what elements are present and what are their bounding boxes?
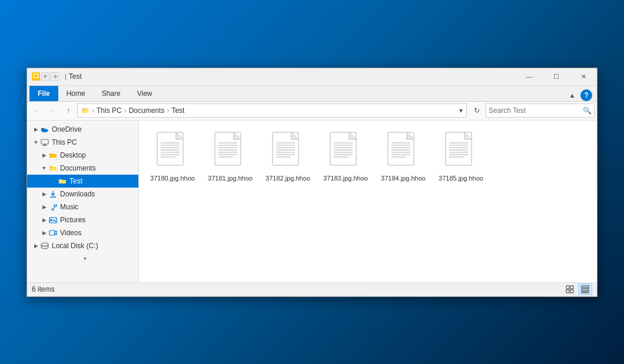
- file-icon-wrapper: [154, 131, 191, 173]
- refresh-button[interactable]: ↻: [470, 103, 484, 118]
- title-bar: | Test — ☐ ✕: [27, 68, 597, 86]
- expand-documents[interactable]: ▼: [40, 165, 48, 171]
- expand-thispc[interactable]: ▼: [32, 139, 40, 145]
- file-icon-wrapper: [384, 131, 422, 173]
- tab-home[interactable]: Home: [58, 86, 94, 101]
- file-name: 37181.jpg.hhoo: [208, 174, 253, 182]
- list-view-button[interactable]: [578, 283, 592, 295]
- file-item[interactable]: 37184.jpg.hhoo: [377, 128, 430, 185]
- help-button[interactable]: ?: [580, 89, 592, 101]
- item-count: 6 items: [32, 285, 55, 293]
- sidebar-item-test[interactable]: Test: [27, 175, 138, 188]
- path-folder-icon: 📁: [81, 107, 89, 115]
- file-item[interactable]: 37182.jpg.hhoo: [261, 128, 314, 185]
- scroll-down-icon: ▼: [82, 256, 88, 262]
- svg-rect-62: [566, 290, 569, 293]
- ribbon-tabs: File Home Share View ▲ ?: [27, 86, 597, 101]
- expand-onedrive[interactable]: ▶: [32, 126, 40, 132]
- up-button[interactable]: ↑: [61, 103, 75, 118]
- file-icon-wrapper: [442, 131, 480, 173]
- quick-access-icon-2[interactable]: [41, 72, 49, 81]
- tab-file[interactable]: File: [29, 86, 58, 101]
- file-icon-wrapper: [269, 131, 307, 173]
- sidebar-item-desktop[interactable]: ▶ Desktop: [27, 149, 138, 162]
- onedrive-label: OneDrive: [52, 125, 82, 133]
- sidebar-item-onedrive[interactable]: ▶ OneDrive: [27, 123, 138, 136]
- svg-rect-4: [44, 144, 46, 145]
- svg-point-2: [41, 128, 45, 131]
- search-icon: 🔍: [583, 106, 592, 115]
- main-area: ▶ OneDrive ▼ This PC ▶ Deskto: [27, 121, 597, 282]
- file-icon-svg: [443, 131, 479, 172]
- videos-label: Videos: [60, 229, 81, 237]
- sidebar-item-thispc[interactable]: ▼ This PC: [27, 136, 138, 149]
- onedrive-icon: [40, 125, 49, 134]
- documents-label: Documents: [60, 164, 96, 172]
- expand-videos[interactable]: ▶: [40, 230, 48, 236]
- address-path[interactable]: 📁 › This PC › Documents › Test ▾: [77, 103, 467, 118]
- path-item-documents[interactable]: Documents: [129, 106, 165, 115]
- music-label: Music: [60, 203, 78, 211]
- tab-share[interactable]: Share: [94, 86, 129, 101]
- svg-rect-65: [582, 289, 589, 290]
- svg-rect-3: [41, 139, 48, 144]
- test-label: Test: [69, 177, 82, 185]
- svg-rect-66: [582, 292, 589, 293]
- file-name: 37183.jpg.hhoo: [323, 174, 368, 182]
- file-item[interactable]: 37181.jpg.hhoo: [204, 128, 257, 185]
- file-icon-svg: [386, 131, 421, 172]
- localdisk-icon: [40, 241, 49, 251]
- svg-rect-9: [49, 231, 55, 235]
- file-area: 37180.jpg.hhoo 37181.jpg.hhoo 37182.jpg.…: [139, 121, 597, 282]
- svg-rect-63: [570, 290, 573, 293]
- expand-localdisk[interactable]: ▶: [32, 243, 40, 249]
- tab-view[interactable]: View: [129, 86, 161, 101]
- pictures-icon: [48, 215, 58, 225]
- file-icon-svg: [213, 131, 248, 172]
- path-item-thispc[interactable]: This PC: [97, 106, 122, 115]
- sidebar-item-music[interactable]: ▶ Music: [27, 201, 138, 213]
- file-item[interactable]: 37180.jpg.hhoo: [146, 128, 199, 185]
- expand-desktop[interactable]: ▶: [40, 152, 48, 158]
- file-icon-wrapper: [211, 131, 249, 173]
- maximize-button[interactable]: ☐: [543, 68, 570, 85]
- title-bar-quick-access: [32, 72, 59, 81]
- file-icon-svg: [155, 131, 190, 172]
- search-box[interactable]: 🔍: [486, 103, 595, 118]
- quick-access-icon-1[interactable]: [32, 72, 40, 81]
- list-view-icon: [581, 285, 589, 293]
- videos-icon: [48, 228, 58, 238]
- forward-button[interactable]: →: [45, 103, 59, 118]
- expand-downloads[interactable]: ▶: [40, 191, 48, 197]
- file-name: 37182.jpg.hhoo: [265, 174, 310, 182]
- path-sep-3: ›: [167, 106, 169, 115]
- file-item[interactable]: 37183.jpg.hhoo: [319, 128, 372, 185]
- downloads-icon: [48, 189, 58, 199]
- thispc-icon: [40, 138, 49, 147]
- path-sep-1: ›: [92, 106, 94, 115]
- ribbon: File Home Share View ▲ ?: [27, 86, 597, 102]
- file-icon-svg: [328, 131, 363, 172]
- expand-music[interactable]: ▶: [40, 204, 48, 210]
- pictures-label: Pictures: [60, 216, 85, 224]
- address-bar: ← → ↑ 📁 › This PC › Documents › Test ▾ ↻…: [27, 102, 597, 121]
- sidebar-item-documents[interactable]: ▼ Documents: [27, 162, 138, 175]
- sidebar-scroll-down[interactable]: ▼: [27, 252, 138, 265]
- search-input[interactable]: [489, 106, 583, 115]
- sidebar-item-downloads[interactable]: ▶ Downloads: [27, 188, 138, 201]
- back-button[interactable]: ←: [29, 103, 44, 118]
- minimize-button[interactable]: —: [516, 68, 543, 85]
- path-chevron[interactable]: ▾: [459, 106, 463, 115]
- file-item[interactable]: 37185.jpg.hhoo: [434, 128, 487, 185]
- quick-access-icon-3[interactable]: [51, 72, 59, 81]
- ribbon-collapse-button[interactable]: ▲: [566, 89, 578, 101]
- expand-pictures[interactable]: ▶: [40, 217, 48, 223]
- grid-view-button[interactable]: [563, 283, 577, 295]
- sidebar-item-videos[interactable]: ▶ Videos: [27, 226, 138, 239]
- sidebar-item-pictures[interactable]: ▶ Pictures: [27, 213, 138, 226]
- path-item-test[interactable]: Test: [171, 106, 184, 115]
- close-button[interactable]: ✕: [570, 68, 597, 85]
- sidebar-item-localdisk[interactable]: ▶ Local Disk (C:): [27, 239, 138, 252]
- file-name: 37185.jpg.hhoo: [439, 174, 483, 182]
- file-name: 37180.jpg.hhoo: [150, 174, 195, 182]
